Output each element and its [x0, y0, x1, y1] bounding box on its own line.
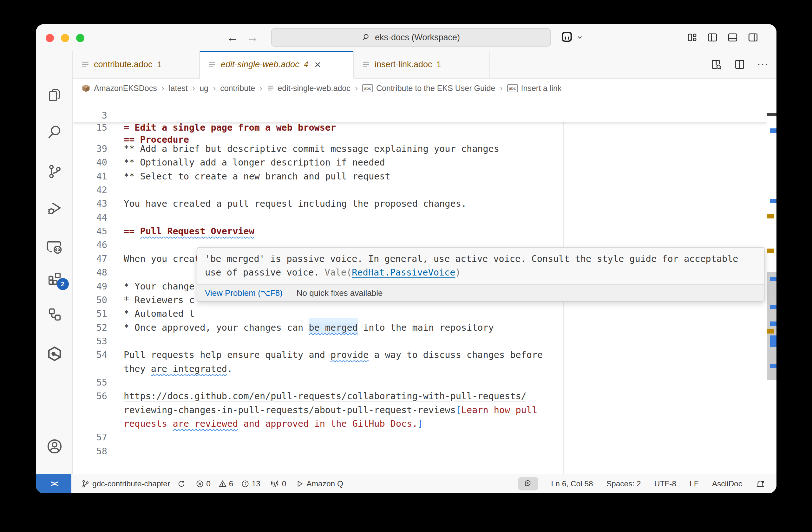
code-segment: * Automated t: [124, 309, 194, 319]
breadcrumb-item[interactable]: edit-single-web.adoc: [277, 84, 350, 93]
toggle-panel-icon[interactable]: [727, 32, 738, 43]
tab-label: insert-link.adoc: [375, 60, 432, 70]
tab-label: edit-single-web.adoc: [221, 60, 300, 70]
status-bar-right: Ln 6, Col 58 Spaces: 2 UTF-8 LF AsciiDoc: [518, 477, 765, 490]
view-problem-button[interactable]: View Problem (⌥F8): [205, 288, 282, 298]
code-row[interactable]: 54Pull requests help ensure quality and …: [73, 348, 767, 362]
toggle-primary-sidebar-icon[interactable]: [707, 32, 718, 43]
code-row[interactable]: 56https://docs.github.com/en/pull-reques…: [73, 389, 767, 403]
source-control-icon[interactable]: [36, 161, 73, 182]
search-icon: [362, 33, 371, 42]
overview-ruler[interactable]: [767, 98, 777, 474]
code-row[interactable]: 41** Select to create a new branch and p…: [73, 169, 767, 183]
run-debug-icon[interactable]: [36, 198, 73, 219]
accounts-icon[interactable]: [36, 436, 73, 457]
vale-rule-link[interactable]: RedHat.PassiveVoice: [352, 267, 455, 278]
error-count: 0: [206, 479, 211, 488]
line-number: 52: [73, 321, 107, 335]
eol-item[interactable]: LF: [690, 479, 699, 488]
code-segment: be merged: [309, 322, 358, 333]
branch-name: gdc-contribute-chapter: [92, 479, 170, 488]
code-row[interactable]: 53: [73, 335, 767, 349]
indentation-item[interactable]: Spaces: 2: [607, 479, 641, 488]
search-sidebar-icon[interactable]: [36, 122, 73, 142]
tab-contribute[interactable]: contribute.adoc 1: [73, 51, 200, 79]
code-row[interactable]: reviewing-changes-in-pull-requests/about…: [73, 403, 767, 417]
code-row[interactable]: 40** Optionally add a longer description…: [73, 156, 767, 169]
remote-explorer-icon[interactable]: [36, 237, 73, 257]
cursor-position-item[interactable]: Ln 6, Col 58: [551, 479, 593, 488]
info-mark: [770, 364, 777, 368]
tab-insert-link[interactable]: insert-link.adoc 1: [354, 51, 490, 79]
code-row[interactable]: 45== Pull Request Overview: [73, 224, 767, 238]
notifications-bell-icon[interactable]: [756, 479, 765, 489]
code-row[interactable]: 58: [73, 444, 767, 458]
line-number: 48: [73, 266, 107, 279]
encoding-item[interactable]: UTF-8: [654, 479, 676, 488]
more-actions-icon[interactable]: ⋯: [757, 58, 769, 71]
line-number: 47: [73, 252, 107, 266]
code-segment: are reviewed: [173, 418, 238, 429]
line-number: 50: [73, 293, 107, 307]
breadcrumb-item[interactable]: latest: [169, 84, 188, 93]
file-icon: [362, 60, 370, 69]
file-icon: [208, 60, 216, 69]
code-segment: reviewing-changes-in-pull-requests/about…: [124, 405, 456, 415]
command-center-search[interactable]: eks-docs (Workspace): [271, 28, 551, 47]
code-row[interactable]: 55: [73, 376, 767, 390]
tab-edit-single-web[interactable]: edit-single-web.adoc 4 ×: [200, 51, 354, 79]
remote-indicator[interactable]: ><: [36, 474, 71, 493]
code-row[interactable]: 52* Once approved, your changes can be m…: [73, 321, 767, 335]
hexagon-tool-icon[interactable]: [36, 344, 73, 364]
code-segment: ]: [418, 418, 423, 429]
line-number: 57: [73, 431, 107, 444]
split-editor-icon[interactable]: [733, 58, 746, 71]
breadcrumb-item[interactable]: AmazonEKSDocs: [94, 84, 157, 93]
activity-bar: 2: [36, 51, 73, 474]
code-row[interactable]: 43You have created a pull request includ…: [73, 197, 767, 211]
breadcrumb-item[interactable]: Contribute to the EKS User Guide: [376, 84, 495, 93]
copilot-menu[interactable]: [560, 24, 583, 51]
breadcrumb-item[interactable]: ug: [200, 84, 208, 93]
ports-item[interactable]: 0: [270, 479, 287, 489]
open-preview-icon[interactable]: [710, 58, 723, 71]
info-mark: [770, 342, 777, 347]
code-row[interactable]: they are integrated.: [73, 362, 767, 376]
problems-item[interactable]: 0 6 13: [195, 479, 260, 488]
code-segment: * Reviewers c: [124, 295, 194, 305]
back-arrow-icon[interactable]: ←: [226, 31, 238, 44]
code-row[interactable]: requests are reviewed and approved in th…: [73, 417, 767, 431]
forward-arrow-icon[interactable]: →: [246, 31, 259, 44]
sticky-scroll: 3 = Edit a single page from a web browse…: [73, 98, 767, 122]
flowchart-tool-icon[interactable]: [36, 305, 73, 325]
amazon-q-label: Amazon Q: [306, 479, 343, 488]
zoom-in-item[interactable]: [518, 477, 538, 490]
zoom-window-button[interactable]: [76, 34, 84, 42]
code-editor[interactable]: 39** Add a brief but descriptive commit …: [73, 98, 777, 474]
code-row[interactable]: 42: [73, 183, 767, 197]
extensions-icon[interactable]: 2: [36, 268, 73, 289]
code-row[interactable]: 44: [73, 211, 767, 225]
close-tab-icon[interactable]: ×: [315, 59, 321, 70]
line-number: 53: [73, 335, 107, 348]
explorer-icon[interactable]: [36, 85, 73, 105]
breadcrumb-separator: ›: [161, 83, 164, 93]
warning-mark: [767, 214, 774, 219]
close-window-button[interactable]: [46, 34, 54, 42]
code-row[interactable]: 51* Automated t: [73, 307, 767, 321]
sticky-heading: == Procedure: [124, 134, 189, 146]
sticky-line[interactable]: 3 = Edit a single page from a web browse…: [73, 98, 767, 110]
branch-item[interactable]: gdc-contribute-chapter: [81, 479, 186, 488]
breadcrumb-item[interactable]: contribute: [220, 84, 255, 93]
breadcrumb-item[interactable]: Insert a link: [521, 84, 562, 93]
minimize-window-button[interactable]: [61, 34, 69, 42]
code-row[interactable]: 57: [73, 431, 767, 444]
tab-problem-count: 4: [304, 60, 308, 69]
toggle-secondary-sidebar-icon[interactable]: [747, 32, 759, 43]
customize-layout-icon[interactable]: [686, 32, 698, 43]
amazon-q-item[interactable]: Amazon Q: [295, 479, 343, 488]
play-icon: [295, 480, 304, 488]
breadcrumb-separator: ›: [499, 83, 503, 93]
language-mode-item[interactable]: AsciiDoc: [712, 479, 742, 488]
sticky-line[interactable]: 15 == Procedure: [73, 110, 767, 122]
